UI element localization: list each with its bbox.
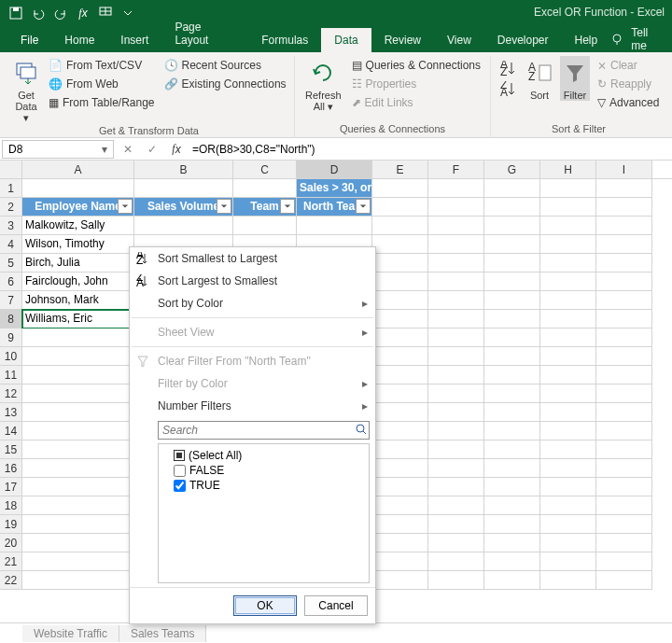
row-header[interactable]: 16 (0, 459, 22, 478)
row-header[interactable]: 3 (0, 217, 22, 235)
get-data-button[interactable]: GetData ▾ (11, 56, 41, 123)
tab-data[interactable]: Data (321, 28, 371, 52)
advanced-filter-button[interactable]: ▽Advanced (595, 95, 661, 110)
tab-page-layout[interactable]: Page Layout (161, 15, 248, 52)
row-header[interactable]: 15 (0, 440, 22, 459)
table-header[interactable]: Team (233, 198, 297, 217)
cell[interactable]: Malkowitz, Sally (22, 217, 134, 235)
filter-button-icon[interactable] (280, 199, 295, 214)
sheet-tab[interactable]: Website Traffic (22, 625, 119, 642)
tab-review[interactable]: Review (371, 28, 434, 52)
ok-button[interactable]: OK (233, 595, 297, 616)
col-header-H[interactable]: H (540, 161, 596, 178)
table-header[interactable]: Sales Volume (134, 198, 233, 217)
col-header-E[interactable]: E (372, 161, 428, 178)
sheet-tab[interactable]: Sales Teams (119, 625, 206, 642)
table-header[interactable]: North Team (297, 198, 372, 217)
svg-rect-8 (21, 67, 35, 78)
filter-button-icon[interactable] (118, 199, 133, 214)
filter-search-input[interactable] (158, 421, 370, 440)
select-all-corner[interactable] (0, 161, 22, 178)
tab-developer[interactable]: Developer (484, 28, 562, 52)
tab-formulas[interactable]: Formulas (248, 28, 321, 52)
from-text-csv-button[interactable]: 📄From Text/CSV (47, 58, 157, 73)
row-header[interactable]: 14 (0, 422, 22, 440)
filter-button[interactable]: Filter (560, 56, 590, 101)
filter-button-icon[interactable] (356, 199, 371, 214)
table-header[interactable]: Employee Name (22, 198, 134, 217)
menu-number-filters[interactable]: Number Filters▸ (130, 395, 375, 417)
row-header[interactable]: 7 (0, 291, 22, 310)
sort-asc-icon[interactable]: AZ (498, 60, 519, 78)
filter-option-false[interactable]: FALSE (162, 463, 365, 478)
sort-desc-icon[interactable]: ZA (498, 80, 519, 99)
row-header[interactable]: 19 (0, 515, 22, 534)
refresh-all-button[interactable]: RefreshAll ▾ (302, 56, 344, 112)
row-header[interactable]: 21 (0, 552, 22, 571)
cell[interactable]: Birch, Julia (22, 254, 134, 273)
table-menu-icon[interactable] (95, 3, 116, 23)
col-header-B[interactable]: B (134, 161, 233, 178)
row-header[interactable]: 13 (0, 403, 22, 422)
queries-connections-button[interactable]: ▤Queries & Connections (350, 58, 483, 73)
cancel-formula-icon[interactable]: ✕ (119, 141, 136, 158)
cancel-button[interactable]: Cancel (304, 595, 368, 616)
fx-icon[interactable]: fx (73, 3, 93, 23)
col-header-G[interactable]: G (484, 161, 540, 178)
col-header-A[interactable]: A (22, 161, 134, 178)
filter-button-icon[interactable] (217, 199, 231, 214)
row-header[interactable]: 4 (0, 235, 22, 254)
row-header[interactable]: 5 (0, 254, 22, 273)
filter-option-select-all[interactable]: (Select All) (162, 448, 365, 463)
cell[interactable]: Williams, Eric (22, 310, 134, 328)
tab-file[interactable]: File (7, 28, 51, 52)
row-header[interactable]: 2 (0, 198, 22, 217)
menu-sort-asc[interactable]: AZSort Smallest to Largest (130, 247, 375, 270)
cell[interactable]: Johnson, Mark (22, 291, 134, 310)
row-header[interactable]: 11 (0, 366, 22, 384)
from-table-range-button[interactable]: ▦From Table/Range (47, 95, 157, 110)
col-header-I[interactable]: I (596, 161, 652, 178)
row-header[interactable]: 9 (0, 328, 22, 347)
row-header[interactable]: 10 (0, 347, 22, 366)
from-web-button[interactable]: 🌐From Web (47, 77, 157, 91)
col-header-F[interactable]: F (428, 161, 484, 178)
row-header[interactable]: 17 (0, 478, 22, 496)
tab-view[interactable]: View (434, 28, 484, 52)
filter-option-true[interactable]: TRUE (162, 478, 365, 493)
group-get-transform: GetData ▾ 📄From Text/CSV 🌐From Web ▦From… (4, 56, 295, 138)
sort-button[interactable]: AZ Sort (525, 56, 554, 101)
menu-sort-by-color[interactable]: Sort by Color▸ (130, 292, 375, 315)
sort-icon: AZ (525, 58, 554, 88)
name-box[interactable]: D8▾ (2, 140, 114, 159)
chevron-down-icon[interactable]: ▾ (102, 143, 107, 156)
tab-home[interactable]: Home (51, 28, 107, 52)
row-header[interactable]: 8 (0, 310, 22, 328)
customize-qat-icon[interactable] (118, 3, 138, 23)
undo-icon[interactable] (28, 3, 49, 23)
row-header[interactable]: 22 (0, 571, 22, 590)
col-header-D[interactable]: D (297, 161, 372, 178)
row-header[interactable]: 18 (0, 496, 22, 515)
cell[interactable]: Fairclough, John (22, 273, 134, 291)
fx-insert-icon[interactable]: fx (168, 141, 185, 158)
existing-connections-button[interactable]: 🔗Existing Connections (162, 77, 288, 91)
tell-me[interactable]: Tell me (631, 26, 665, 52)
save-icon[interactable] (6, 3, 26, 23)
cell[interactable]: Wilson, Timothy (22, 235, 134, 254)
row-header[interactable]: 1 (0, 179, 22, 198)
enter-formula-icon[interactable]: ✓ (144, 141, 161, 158)
formula-input[interactable] (192, 143, 666, 156)
row-header[interactable]: 12 (0, 384, 22, 403)
tab-insert[interactable]: Insert (107, 28, 161, 52)
col-header-C[interactable]: C (233, 161, 297, 178)
recent-sources-button[interactable]: 🕓Recent Sources (162, 58, 288, 73)
svg-line-21 (363, 431, 366, 434)
row-header[interactable]: 20 (0, 534, 22, 552)
row-header[interactable]: 6 (0, 273, 22, 291)
search-icon[interactable] (356, 424, 367, 435)
menu-sort-desc[interactable]: ZASort Largest to Smallest (130, 270, 375, 292)
redo-icon[interactable] (50, 3, 71, 23)
bulb-icon[interactable] (610, 33, 623, 46)
tab-help[interactable]: Help (562, 28, 611, 52)
